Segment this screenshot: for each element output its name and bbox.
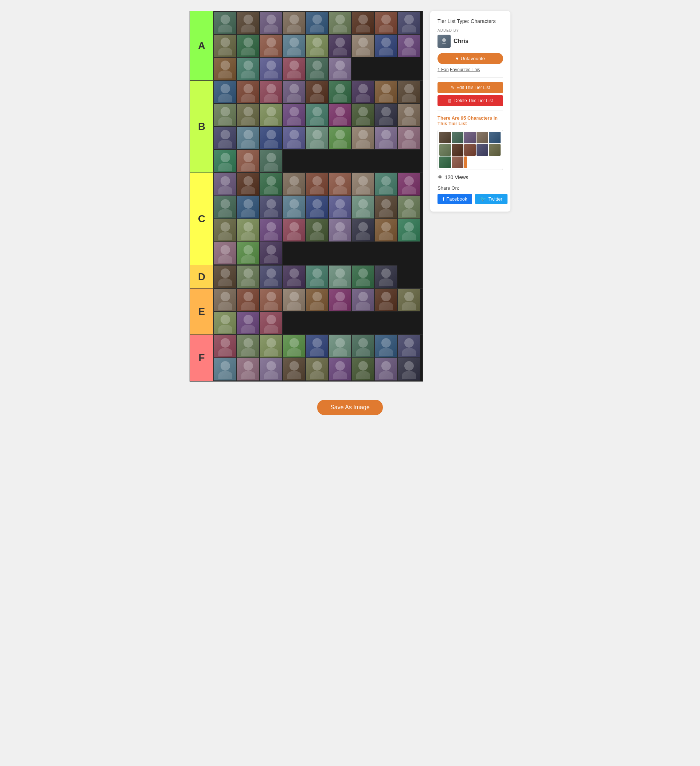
list-item bbox=[259, 104, 283, 127]
tier-list: A bbox=[190, 11, 423, 381]
list-item bbox=[213, 358, 237, 381]
delete-label: Delete This Tier List bbox=[454, 98, 493, 103]
list-item bbox=[374, 173, 397, 196]
list-item bbox=[259, 196, 283, 219]
twitter-share-button[interactable]: 🐦 Twitter bbox=[475, 194, 507, 204]
tier-row-f: F bbox=[190, 335, 423, 381]
list-item bbox=[237, 57, 259, 80]
author-row: Chris bbox=[438, 35, 503, 48]
list-item bbox=[213, 104, 237, 127]
fan-text-suffix: Favourited This bbox=[450, 67, 480, 72]
list-item bbox=[259, 265, 283, 288]
list-item bbox=[351, 358, 374, 381]
list-item bbox=[329, 57, 351, 80]
list-item bbox=[351, 81, 374, 104]
save-as-image-button[interactable]: Save As Image bbox=[317, 400, 383, 415]
tier-label-c: C bbox=[190, 173, 213, 265]
char-thumb bbox=[477, 132, 488, 143]
list-item bbox=[329, 104, 351, 127]
list-item bbox=[213, 288, 237, 312]
list-item bbox=[213, 127, 237, 150]
list-item bbox=[213, 265, 237, 288]
list-item bbox=[259, 358, 283, 381]
svg-point-0 bbox=[442, 38, 446, 42]
list-item bbox=[237, 242, 259, 265]
list-item bbox=[351, 265, 374, 288]
list-item bbox=[213, 11, 237, 34]
list-item bbox=[374, 127, 397, 150]
list-item bbox=[259, 219, 283, 242]
list-item bbox=[329, 81, 351, 104]
trash-icon: 🗑 bbox=[448, 98, 452, 103]
list-item bbox=[259, 34, 283, 57]
list-item bbox=[329, 219, 351, 242]
list-item bbox=[305, 34, 329, 57]
tier-cells-a bbox=[213, 11, 423, 80]
list-item bbox=[237, 312, 259, 334]
chars-count-prefix: There Are bbox=[438, 115, 459, 121]
edit-label: Edit This Tier List bbox=[457, 85, 490, 90]
tier-row-a: A bbox=[190, 11, 423, 81]
list-item bbox=[351, 104, 374, 127]
twitter-label: Twitter bbox=[488, 196, 502, 202]
list-item bbox=[283, 81, 305, 104]
char-thumb bbox=[489, 144, 501, 156]
fan-count-link[interactable]: 1 Fan bbox=[438, 67, 449, 72]
list-item bbox=[397, 34, 420, 57]
delete-tier-list-button[interactable]: 🗑 Delete This Tier List bbox=[438, 95, 503, 106]
char-thumb bbox=[439, 132, 451, 143]
tier-label-a: A bbox=[190, 11, 213, 80]
list-item bbox=[305, 104, 329, 127]
fan-count-text: 1 Fan Favourited This bbox=[438, 67, 503, 72]
list-item bbox=[259, 150, 283, 173]
list-item bbox=[329, 335, 351, 358]
list-item bbox=[283, 173, 305, 196]
list-item bbox=[351, 196, 374, 219]
avatar bbox=[438, 35, 450, 48]
chars-count-number: 95 bbox=[461, 115, 466, 121]
list-item bbox=[259, 335, 283, 358]
list-item bbox=[259, 81, 283, 104]
list-item bbox=[213, 57, 237, 80]
list-item bbox=[283, 11, 305, 34]
list-item bbox=[374, 265, 397, 288]
list-item bbox=[213, 219, 237, 242]
list-item bbox=[351, 335, 374, 358]
unfavourite-button[interactable]: ♥ Unfavourite bbox=[438, 53, 503, 64]
list-item bbox=[329, 127, 351, 150]
list-item bbox=[397, 196, 420, 219]
facebook-share-button[interactable]: f Facebook bbox=[438, 194, 472, 204]
list-item bbox=[329, 265, 351, 288]
list-item bbox=[374, 335, 397, 358]
list-item bbox=[374, 34, 397, 57]
list-item bbox=[305, 11, 329, 34]
share-label: Share On: bbox=[438, 185, 503, 191]
char-thumb bbox=[439, 157, 451, 168]
list-item bbox=[305, 196, 329, 219]
tier-cells-d bbox=[213, 265, 423, 288]
list-item bbox=[237, 219, 259, 242]
facebook-icon: f bbox=[442, 196, 444, 202]
list-item bbox=[283, 104, 305, 127]
list-item bbox=[213, 196, 237, 219]
list-item bbox=[283, 335, 305, 358]
scrollbar[interactable] bbox=[464, 157, 467, 168]
author-name: Chris bbox=[453, 38, 468, 44]
list-item bbox=[305, 219, 329, 242]
list-item bbox=[329, 358, 351, 381]
char-thumb bbox=[464, 144, 476, 156]
list-item bbox=[305, 358, 329, 381]
edit-tier-list-button[interactable]: ✎ Edit This Tier List bbox=[438, 82, 503, 93]
list-item bbox=[283, 288, 305, 312]
char-thumb bbox=[489, 132, 501, 143]
list-item bbox=[305, 288, 329, 312]
list-item bbox=[259, 173, 283, 196]
share-buttons: f Facebook 🐦 Twitter bbox=[438, 194, 503, 204]
list-item bbox=[374, 81, 397, 104]
eye-icon: 👁 bbox=[438, 174, 442, 180]
list-item bbox=[374, 219, 397, 242]
list-item bbox=[283, 358, 305, 381]
tier-cells-f bbox=[213, 335, 423, 381]
list-item bbox=[283, 265, 305, 288]
char-thumb bbox=[439, 144, 451, 156]
